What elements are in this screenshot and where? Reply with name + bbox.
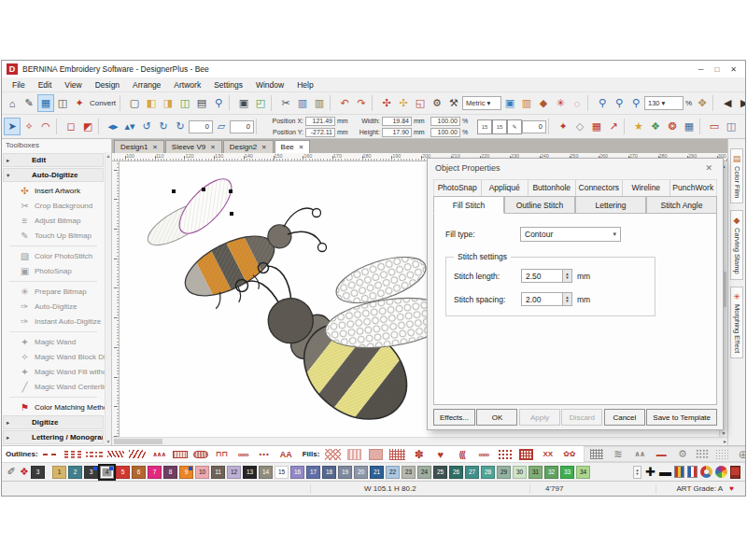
hoop-small-icon[interactable]: 15 <box>477 119 492 134</box>
pan-icon[interactable]: ✥ <box>694 94 711 112</box>
color-swatch[interactable]: 26 <box>449 466 463 479</box>
pattern-circle-icon[interactable]: ❂ <box>664 118 681 135</box>
separator[interactable] <box>56 119 61 134</box>
fill-step-icon[interactable] <box>347 449 361 460</box>
sidebar-item[interactable]: ≡ Adjust Bitmap <box>2 213 105 228</box>
position-y-input[interactable]: -272.11 <box>305 128 335 137</box>
effect-travel-icon[interactable] <box>651 448 670 460</box>
separator[interactable] <box>98 119 103 134</box>
dialog-tab[interactable]: Lettering <box>575 196 646 214</box>
sidebar-item[interactable]: ✎ Touch Up Bitmap <box>2 228 105 243</box>
card-reader-icon[interactable]: ◰ <box>252 94 269 112</box>
closed-object-icon[interactable]: ◇ <box>571 118 588 135</box>
sidebar-item[interactable]: ✳ Prepare Bitmap <box>2 284 105 299</box>
new-design-icon[interactable]: ▢ <box>126 94 143 112</box>
redo-icon[interactable]: ↷ <box>353 94 370 112</box>
separator[interactable] <box>120 95 124 111</box>
palette-scroll-spinner[interactable] <box>633 466 641 479</box>
color-swatch[interactable]: 31 <box>529 466 543 479</box>
fill-pattern-icon[interactable] <box>559 448 579 460</box>
color-swatch[interactable]: 34 <box>576 466 590 479</box>
morphing-effect-icon[interactable]: ✳ <box>552 94 569 112</box>
skew-angle-input[interactable]: 0 <box>230 120 254 133</box>
color-swatch[interactable]: 25 <box>433 466 447 479</box>
menu-item[interactable]: Settings <box>207 80 249 90</box>
outline-pattern-run-icon[interactable] <box>276 448 296 460</box>
menu-item[interactable]: Window <box>249 80 290 90</box>
color-swatch[interactable]: 32 <box>544 466 558 479</box>
insert-artwork-icon[interactable]: ✣ <box>395 94 412 112</box>
outline-single-icon[interactable] <box>42 448 62 460</box>
pattern-grid-icon[interactable]: ▦ <box>681 118 698 135</box>
units-dropdown[interactable]: Metric ▾ <box>462 96 501 110</box>
thread-chart-icon[interactable] <box>674 466 684 478</box>
color-wheel-icon[interactable] <box>715 466 727 478</box>
color-swatch[interactable]: 14 <box>259 466 273 479</box>
tab-close-icon[interactable]: ✕ <box>210 144 215 151</box>
color-swatch[interactable]: 5 <box>116 466 130 479</box>
print-icon[interactable]: ▤ <box>193 94 210 112</box>
document-tab[interactable]: Sleeve V9 ✕ <box>165 140 222 153</box>
menu-item[interactable]: Edit <box>32 80 59 90</box>
dialog-tab[interactable]: Buttonhole <box>529 180 576 196</box>
sidebar-item[interactable]: ✑ Instant Auto-Digitize <box>2 314 105 329</box>
apply-button[interactable]: Apply <box>519 409 560 426</box>
outline-candlewicking-icon[interactable] <box>255 448 275 460</box>
color-swatch[interactable]: 10 <box>195 466 209 479</box>
color-swatch[interactable]: 3 <box>84 466 98 479</box>
sidebar-item[interactable]: ✂ Crop Background <box>2 198 105 213</box>
color-usage-icon[interactable] <box>700 466 712 478</box>
star-shape-icon[interactable]: ★ <box>630 118 647 135</box>
carving-stamp-icon[interactable]: ◆ <box>535 94 552 112</box>
cut-icon[interactable]: ✂ <box>277 94 294 112</box>
embroidery-canvas-icon[interactable]: ▦ <box>37 94 54 112</box>
copy-icon[interactable]: ▥ <box>294 94 311 112</box>
fill-type-dropdown[interactable]: Contour ▾ <box>520 227 621 242</box>
hoop-count-input[interactable]: 0 <box>522 120 546 133</box>
sidebar-item[interactable]: ✣ Insert Artwork <box>2 183 105 198</box>
scale-y-input[interactable]: 100.00 <box>430 128 460 137</box>
dialog-tab[interactable]: Stitch Angle <box>646 196 717 214</box>
machine-settings-icon[interactable]: ⚙ <box>429 94 445 112</box>
sidebar-scrollbar[interactable]: ▲▼ <box>105 152 111 445</box>
open-object-icon[interactable]: ✦ <box>555 118 571 135</box>
stitch-setting-input[interactable]: 2.00 <box>521 292 562 306</box>
convert-label[interactable]: Convert <box>88 94 118 112</box>
scale-x-input[interactable]: 100.00 <box>430 117 460 126</box>
open-design-icon[interactable]: ◧ <box>143 94 160 112</box>
outline-satin-icon[interactable] <box>173 451 188 458</box>
sidebar-item[interactable] <box>9 394 97 398</box>
portfolio-icon[interactable]: ⌂ <box>4 94 21 112</box>
outline-blanket-icon[interactable] <box>212 448 232 460</box>
separator[interactable] <box>330 95 334 111</box>
edit-object-icon[interactable]: ◩ <box>79 118 96 135</box>
color-swatch[interactable]: 13 <box>243 466 257 479</box>
height-input[interactable]: 17.90 <box>382 128 412 137</box>
rotate-angle-input[interactable]: 0 <box>189 120 213 133</box>
separator[interactable] <box>256 119 261 134</box>
dialog-close-icon[interactable]: ✕ <box>702 163 715 173</box>
rotate-tool-icon[interactable]: ↻ <box>172 118 189 135</box>
dock-carving-stamp[interactable]: ◆ Carving Stamp <box>730 210 743 280</box>
spinner-control[interactable] <box>562 292 572 306</box>
sidebar-item[interactable]: ✦ Magic Wand <box>2 334 105 349</box>
outline-stemstitch-icon[interactable] <box>128 448 148 460</box>
separator[interactable] <box>372 95 376 111</box>
save-design-icon[interactable]: ◫ <box>176 94 193 112</box>
write-to-machine-icon[interactable]: ▣ <box>235 94 252 112</box>
color-swatch[interactable]: 12 <box>227 466 241 479</box>
outline-sculpture-icon[interactable] <box>85 448 105 460</box>
menu-item[interactable]: Help <box>290 80 319 90</box>
close-button[interactable]: ✕ <box>730 65 737 74</box>
fill-satin-icon[interactable] <box>369 449 383 460</box>
separator[interactable] <box>271 95 275 111</box>
sidebar-item[interactable] <box>9 329 97 332</box>
width-input[interactable]: 19.84 <box>382 117 412 126</box>
dialog-tab[interactable]: Wireline <box>623 180 670 196</box>
mirror-x-icon[interactable]: ◂▸ <box>105 118 121 135</box>
show-bitmap-icon[interactable]: ▣ <box>501 94 518 112</box>
dialog-tab[interactable]: Connectors <box>576 180 624 196</box>
cancel-button[interactable]: Cancel <box>604 409 645 426</box>
dialog-tab[interactable]: Outline Stitch <box>504 196 575 214</box>
fill-chain-icon[interactable] <box>473 448 493 460</box>
